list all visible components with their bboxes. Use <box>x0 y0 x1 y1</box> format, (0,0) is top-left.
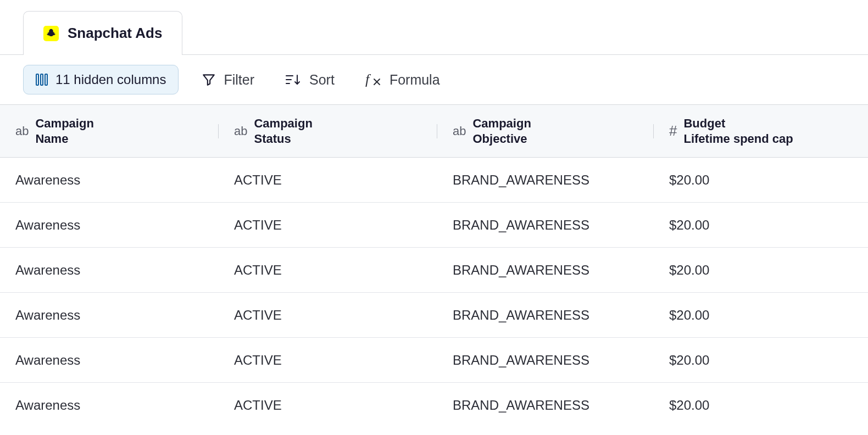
cell-objective: BRAND_AWARENESS <box>437 172 654 188</box>
cell-budget: $20.00 <box>654 217 868 233</box>
table-row[interactable]: Awareness ACTIVE BRAND_AWARENESS $20.00 <box>0 383 868 428</box>
cell-objective: BRAND_AWARENESS <box>437 308 654 323</box>
cell-status: ACTIVE <box>219 353 437 368</box>
hidden-columns-button[interactable]: 11 hidden columns <box>23 65 179 94</box>
table-row[interactable]: Awareness ACTIVE BRAND_AWARENESS $20.00 <box>0 158 868 203</box>
formula-button[interactable]: f Formula <box>358 65 448 94</box>
sort-label: Sort <box>309 72 335 88</box>
snapchat-icon <box>43 26 59 41</box>
hidden-columns-label: 11 hidden columns <box>55 72 166 87</box>
tab-label: Snapchat Ads <box>68 25 162 42</box>
tab-snapchat-ads[interactable]: Snapchat Ads <box>23 11 182 55</box>
text-type-icon: ab <box>234 124 247 138</box>
column-label: CampaignObjective <box>472 116 531 146</box>
table-header: ab CampaignName ab CampaignStatus ab Cam… <box>0 104 868 158</box>
toolbar: 11 hidden columns Filter Sort f <box>0 55 868 104</box>
svg-text:f: f <box>365 72 371 87</box>
cell-name: Awareness <box>0 217 219 233</box>
table-row[interactable]: Awareness ACTIVE BRAND_AWARENESS $20.00 <box>0 248 868 293</box>
column-label: CampaignName <box>35 116 93 146</box>
column-header-name[interactable]: ab CampaignName <box>0 116 219 146</box>
column-label: CampaignStatus <box>254 116 312 146</box>
cell-objective: BRAND_AWARENESS <box>437 353 654 368</box>
cell-name: Awareness <box>0 172 219 188</box>
column-header-budget[interactable]: # BudgetLifetime spend cap <box>654 116 868 146</box>
cell-budget: $20.00 <box>654 308 868 323</box>
cell-status: ACTIVE <box>219 263 437 278</box>
filter-button[interactable]: Filter <box>194 65 262 94</box>
cell-status: ACTIVE <box>219 172 437 188</box>
formula-icon: f <box>365 72 382 87</box>
cell-budget: $20.00 <box>654 398 868 413</box>
cell-name: Awareness <box>0 398 219 413</box>
cell-budget: $20.00 <box>654 172 868 188</box>
column-header-objective[interactable]: ab CampaignObjective <box>437 116 654 146</box>
funnel-icon <box>202 72 216 87</box>
columns-icon <box>36 74 48 86</box>
cell-objective: BRAND_AWARENESS <box>437 217 654 233</box>
table-row[interactable]: Awareness ACTIVE BRAND_AWARENESS $20.00 <box>0 293 868 338</box>
filter-label: Filter <box>224 72 254 88</box>
cell-status: ACTIVE <box>219 217 437 233</box>
formula-label: Formula <box>390 72 440 88</box>
cell-name: Awareness <box>0 308 219 323</box>
column-label: BudgetLifetime spend cap <box>683 116 793 146</box>
number-type-icon: # <box>669 122 677 140</box>
text-type-icon: ab <box>453 124 466 138</box>
cell-budget: $20.00 <box>654 353 868 368</box>
tabs-bar: Snapchat Ads <box>0 0 868 55</box>
cell-status: ACTIVE <box>219 398 437 413</box>
sort-icon <box>285 72 302 87</box>
cell-name: Awareness <box>0 353 219 368</box>
text-type-icon: ab <box>15 124 29 138</box>
sort-button[interactable]: Sort <box>277 65 342 94</box>
column-header-status[interactable]: ab CampaignStatus <box>219 116 437 146</box>
cell-name: Awareness <box>0 263 219 278</box>
cell-objective: BRAND_AWARENESS <box>437 398 654 413</box>
table-body: Awareness ACTIVE BRAND_AWARENESS $20.00 … <box>0 158 868 428</box>
table-row[interactable]: Awareness ACTIVE BRAND_AWARENESS $20.00 <box>0 203 868 248</box>
cell-status: ACTIVE <box>219 308 437 323</box>
cell-budget: $20.00 <box>654 263 868 278</box>
cell-objective: BRAND_AWARENESS <box>437 263 654 278</box>
table-row[interactable]: Awareness ACTIVE BRAND_AWARENESS $20.00 <box>0 338 868 383</box>
